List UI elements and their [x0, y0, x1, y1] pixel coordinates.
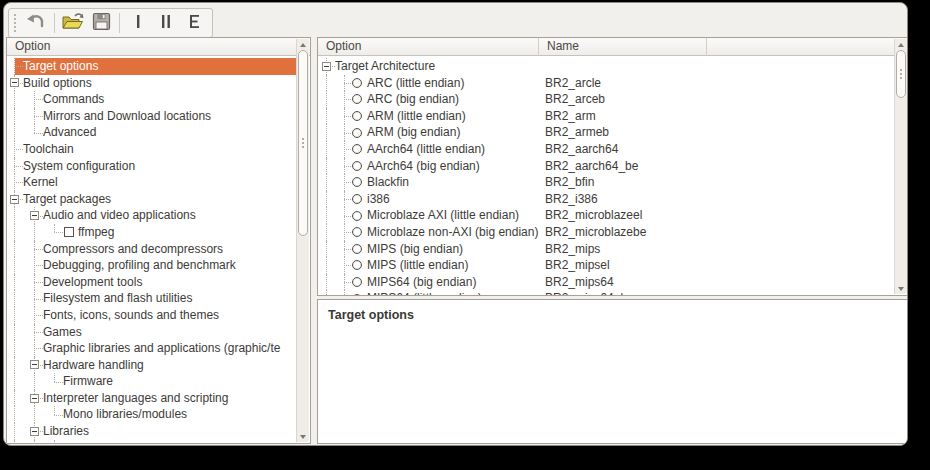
toolbar-drag-handle[interactable]: [14, 14, 18, 32]
split-view-button[interactable]: [152, 11, 180, 35]
option-tree-row[interactable]: Libraries: [7, 423, 296, 440]
tree-connector-line: [34, 332, 43, 333]
option-tree-row[interactable]: Graphic libraries and applications (grap…: [7, 340, 296, 357]
right-empty-column-header[interactable]: [707, 38, 908, 56]
architecture-row[interactable]: BlackfinBR2_bfin: [318, 174, 894, 191]
architecture-row[interactable]: ARM (little endian)BR2_arm: [318, 108, 894, 125]
radio-button-icon[interactable]: [352, 144, 362, 154]
option-tree-row[interactable]: Firmware: [7, 373, 296, 390]
option-tree-row[interactable]: Advanced: [7, 124, 296, 141]
right-scrollbar-thumb[interactable]: [896, 50, 906, 98]
tree-item-label: AArch64 (little endian): [367, 141, 485, 158]
option-tree-row[interactable]: Build options: [7, 75, 296, 92]
tree-item-label: MIPS64 (big endian): [367, 274, 476, 291]
tree-item-label: MIPS (big endian): [367, 241, 463, 258]
config-window: Option Target optionsBuild optionsComman…: [3, 2, 908, 446]
load-button[interactable]: [59, 11, 87, 35]
left-option-column-header[interactable]: Option: [7, 38, 310, 56]
radio-button-icon[interactable]: [352, 128, 362, 138]
architecture-row[interactable]: ARC (little endian)BR2_arcle: [318, 75, 894, 92]
minus-glyph: [32, 431, 37, 432]
scroll-down-icon[interactable]: [297, 432, 309, 441]
collapse-expander-icon[interactable]: [30, 394, 39, 403]
option-tree-row[interactable]: ffmpeg: [7, 224, 296, 241]
collapse-expander-icon[interactable]: [10, 195, 19, 204]
radio-button-icon[interactable]: [352, 161, 362, 171]
tree-connector-line: [54, 415, 63, 416]
radio-button-icon[interactable]: [352, 194, 362, 204]
radio-button-icon[interactable]: [352, 227, 362, 237]
option-tree-row[interactable]: Target options: [7, 58, 296, 75]
option-tree-row[interactable]: Target packages: [7, 191, 296, 208]
option-tree-row[interactable]: Fonts, icons, sounds and themes: [7, 307, 296, 324]
symbol-name: BR2_bfin: [545, 174, 594, 191]
back-button[interactable]: [22, 11, 50, 35]
collapse-expander-icon[interactable]: [30, 360, 39, 369]
architecture-row[interactable]: ARM (big endian)BR2_armeb: [318, 124, 894, 141]
radio-button-icon[interactable]: [352, 94, 362, 104]
left-pane-scrollbar[interactable]: [296, 39, 309, 442]
option-tree-row[interactable]: Compressors and decompressors: [7, 241, 296, 258]
option-tree-row[interactable]: Debugging, profiling and benchmark: [7, 257, 296, 274]
config-values-pane: Option Name Target ArchitectureARC (litt…: [317, 37, 908, 296]
single-view-button[interactable]: [124, 11, 152, 35]
radio-button-icon[interactable]: [352, 211, 362, 221]
option-tree-row[interactable]: Commands: [7, 91, 296, 108]
option-tree-row[interactable]: Mirrors and Download locations: [7, 108, 296, 125]
radio-button-icon[interactable]: [352, 294, 362, 295]
radio-button-icon[interactable]: [352, 111, 362, 121]
tree-trunk-line: [14, 108, 15, 125]
architecture-row[interactable]: MIPS64 (big endian)BR2_mips64: [318, 274, 894, 291]
options-tree: Target optionsBuild optionsCommandsMirro…: [7, 56, 296, 443]
architecture-row[interactable]: ARC (big endian)BR2_arceb: [318, 91, 894, 108]
option-tree-row[interactable]: Toolchain: [7, 141, 296, 158]
symbol-name: BR2_mipsel: [545, 257, 610, 274]
option-tree-row[interactable]: Games: [7, 324, 296, 341]
scroll-up-icon[interactable]: [297, 40, 309, 49]
tree-trunk-line: [326, 174, 327, 191]
help-panel-title: Target options: [328, 308, 414, 322]
architecture-row[interactable]: Target Architecture: [318, 58, 894, 75]
option-tree-row[interactable]: Interpreter languages and scripting: [7, 390, 296, 407]
symbol-name: BR2_aarch64: [545, 141, 618, 158]
checkbox-icon[interactable]: [64, 227, 74, 237]
tree-trunk-line: [14, 274, 15, 291]
option-tree-row[interactable]: Audio/Sound: [7, 440, 296, 443]
tree-trunk-line: [14, 406, 15, 423]
option-tree-row[interactable]: Hardware handling: [7, 357, 296, 374]
architecture-row[interactable]: MIPS64 (little endian)BR2_mips64el: [318, 290, 894, 295]
collapse-expander-icon[interactable]: [30, 427, 39, 436]
option-tree-row[interactable]: Development tools: [7, 274, 296, 291]
radio-button-icon[interactable]: [352, 244, 362, 254]
architecture-row[interactable]: MIPS (big endian)BR2_mips: [318, 241, 894, 258]
architecture-row[interactable]: AArch64 (little endian)BR2_aarch64: [318, 141, 894, 158]
option-tree-row[interactable]: Filesystem and flash utilities: [7, 290, 296, 307]
option-tree-row[interactable]: Mono libraries/modules: [7, 406, 296, 423]
option-tree-row[interactable]: Kernel: [7, 174, 296, 191]
left-scrollbar-thumb[interactable]: [298, 50, 308, 236]
tree-trunk-line: [326, 274, 327, 291]
right-option-column-header[interactable]: Option: [318, 38, 539, 56]
architecture-row[interactable]: Microblaze non-AXI (big endian)BR2_micro…: [318, 224, 894, 241]
option-tree-row[interactable]: System configuration: [7, 158, 296, 175]
scroll-up-icon[interactable]: [895, 40, 907, 49]
scroll-down-icon[interactable]: [895, 284, 907, 293]
save-button[interactable]: [87, 11, 115, 35]
architecture-row[interactable]: i386BR2_i386: [318, 191, 894, 208]
option-tree-row[interactable]: Audio and video applications: [7, 207, 296, 224]
collapse-expander-icon[interactable]: [322, 62, 331, 71]
radio-button-icon[interactable]: [352, 277, 362, 287]
tree-item-label: i386: [367, 191, 390, 208]
right-pane-scrollbar[interactable]: [894, 39, 907, 294]
radio-button-icon[interactable]: [352, 260, 362, 270]
architecture-row[interactable]: Microblaze AXI (little endian)BR2_microb…: [318, 207, 894, 224]
architecture-row[interactable]: AArch64 (big endian)BR2_aarch64_be: [318, 158, 894, 175]
collapse-expander-icon[interactable]: [10, 78, 19, 87]
full-view-button[interactable]: [180, 11, 208, 35]
tree-connector-line: [34, 249, 43, 250]
right-name-column-header[interactable]: Name: [539, 38, 707, 56]
radio-button-icon[interactable]: [352, 78, 362, 88]
architecture-row[interactable]: MIPS (little endian)BR2_mipsel: [318, 257, 894, 274]
collapse-expander-icon[interactable]: [30, 211, 39, 220]
radio-button-icon[interactable]: [352, 177, 362, 187]
